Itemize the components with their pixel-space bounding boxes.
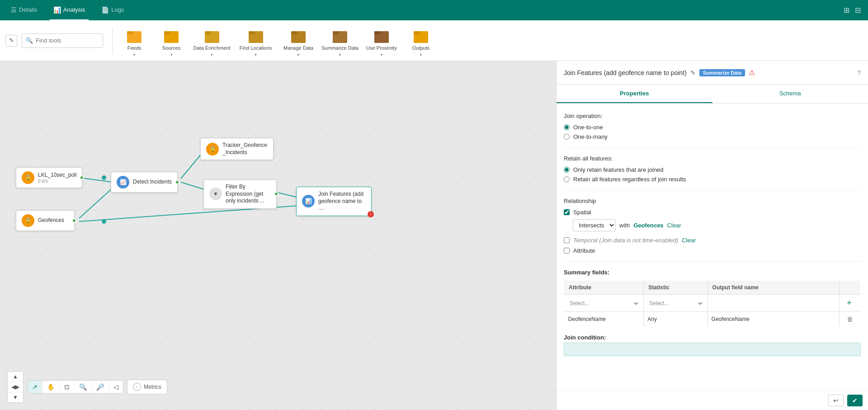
tab-analysis[interactable]: 📊 Analysis [50, 0, 89, 20]
manage-data-icon [290, 30, 307, 44]
radio-one-to-many-label: One-to-many [573, 133, 608, 140]
node-geofences-label: Geofences [38, 217, 64, 224]
radio-retain-all-label: Retain all features regardless of join r… [573, 176, 686, 183]
search-input[interactable] [36, 37, 99, 44]
radio-one-to-many-input[interactable] [564, 134, 570, 140]
node-detect-icon: 📈 [117, 176, 129, 189]
sources-label: Sources [162, 45, 180, 51]
panel-help-btn[interactable]: ? [857, 69, 861, 76]
toolbar-find-locations[interactable]: Find Locations ▼ [234, 23, 277, 59]
svg-rect-11 [249, 31, 255, 34]
tab-properties[interactable]: Properties [557, 85, 712, 103]
delete-row-btn[interactable]: 🗑 [843, 315, 857, 324]
svg-rect-8 [205, 31, 211, 34]
feeds-label: Feeds [127, 45, 142, 51]
temporal-label: Temporal (Join data is not time-enabled) [573, 237, 678, 244]
geofences-link: Geofences [633, 222, 663, 229]
node-join-error: ! [368, 211, 374, 217]
node-tracker-geofence[interactable]: 🔒 Tracker_Geofence_Incidents [200, 138, 274, 160]
temporal-clear[interactable]: Clear [682, 237, 696, 244]
right-panel: Join Features (add geofence name to poin… [556, 61, 868, 410]
logs-icon: 📄 [101, 6, 109, 14]
metrics-label: Metrics [144, 384, 161, 390]
radio-retain-all-input[interactable] [564, 176, 570, 182]
select-tool-btn[interactable]: ↗ [28, 381, 42, 393]
node-join[interactable]: 📊 Join Features (add geofence name to ..… [296, 187, 372, 216]
temporal-checkbox[interactable] [564, 237, 570, 243]
spatial-checkbox[interactable] [564, 209, 570, 215]
nav-left-btn[interactable]: ◀▶ [8, 382, 23, 392]
radio-one-to-one: One-to-one [564, 124, 861, 131]
output-field-input-1[interactable] [712, 300, 835, 306]
attribute-select[interactable]: Select... [568, 300, 640, 307]
nav-up-btn[interactable]: ▲ [8, 372, 23, 382]
attribute-checkbox[interactable] [564, 248, 570, 254]
join-operation-group: One-to-one One-to-many [564, 124, 861, 140]
sources-arrow: ▼ [170, 53, 173, 57]
use-proximity-label: Use Proximity [366, 45, 397, 51]
toolbar-outputs[interactable]: Outputs ▼ [403, 23, 439, 59]
radio-one-to-one-input[interactable] [564, 124, 570, 130]
toolbar-manage-data[interactable]: Manage Data ▼ [278, 23, 319, 59]
radio-retain-all: Retain all features regardless of join r… [564, 176, 861, 183]
summarize-data-arrow: ▼ [338, 53, 342, 57]
canvas-bottom-bar: ▲ ◀▶ ▼ ↗ ✋ ⊡ 🔍 🔎 ◁ ○ Metrics [7, 371, 167, 403]
svg-rect-1 [127, 34, 142, 43]
tab-logs[interactable]: 📄 Logs [98, 0, 127, 20]
summary-col-output: Output field name [708, 281, 839, 295]
analysis-icon: 📊 [53, 6, 61, 14]
node-lkl[interactable]: 🔒 LKL_10sec_poll 0 e/s [16, 167, 82, 188]
radio-one-to-one-label: One-to-one [573, 124, 603, 131]
statistic-select[interactable]: Select... [647, 300, 703, 307]
panel-edit-btn[interactable]: ✎ [690, 69, 696, 76]
add-row-btn[interactable]: + [843, 297, 855, 309]
outputs-label: Outputs [412, 45, 430, 51]
canvas[interactable]: 🔒 LKL_10sec_poll 0 e/s 🔒 Geofences 📈 Det… [0, 61, 556, 410]
zoom-out-btn[interactable]: 🔎 [92, 381, 109, 393]
svg-line-24 [79, 178, 113, 182]
node-lkl-label: LKL_10sec_poll [38, 172, 76, 179]
intersects-select[interactable]: Intersects [573, 219, 616, 231]
layers-icon[interactable]: ⊟ [855, 6, 861, 14]
divider-1 [564, 147, 861, 148]
svg-point-31 [102, 219, 106, 224]
pan-tool-btn[interactable]: ✋ [42, 381, 60, 393]
toolbar-feeds[interactable]: Feeds ▼ [116, 23, 152, 59]
svg-point-30 [102, 175, 106, 180]
svg-rect-7 [205, 34, 219, 43]
radio-retain-joined-input[interactable] [564, 167, 570, 173]
node-detect[interactable]: 📈 Detect Incidents [111, 172, 178, 193]
grid-icon[interactable]: ⊞ [844, 6, 849, 14]
output-field-input-2[interactable] [712, 316, 835, 322]
toolbar-use-proximity[interactable]: Use Proximity ▼ [361, 23, 402, 59]
panel-header: Join Features (add geofence name to poin… [557, 61, 868, 85]
panel-tabs: Properties Schema [557, 85, 868, 104]
node-geofences[interactable]: 🔒 Geofences [16, 210, 75, 231]
nav-down-btn[interactable]: ▼ [8, 392, 23, 402]
tab-schema[interactable]: Schema [712, 85, 868, 103]
undo-btn[interactable]: ↩ [828, 395, 844, 406]
retain-label: Retain all features: [564, 155, 861, 162]
node-filter-dot [274, 192, 278, 196]
toolbar-sources[interactable]: Sources ▼ [153, 23, 189, 59]
find-locations-icon [248, 30, 264, 44]
tab-details[interactable]: ☰ Details [7, 0, 41, 20]
relationship-label: Relationship [564, 198, 861, 204]
fit-tool-btn[interactable]: ⊡ [60, 381, 75, 393]
toolbar-data-enrichment[interactable]: Data Enrichment ▼ [190, 23, 233, 59]
back-btn[interactable]: ◁ [109, 381, 123, 393]
clear-link[interactable]: Clear [667, 222, 681, 229]
tool-btn-group: ↗ ✋ ⊡ 🔍 🔎 ◁ [27, 380, 123, 394]
summary-col-actions [840, 281, 861, 295]
summarize-data-icon [332, 30, 348, 44]
edit-icon-button[interactable]: ✎ [5, 35, 17, 47]
toolbar-summarize-data[interactable]: Summarize Data ▼ [320, 23, 360, 59]
apply-btn[interactable]: ✔ [847, 395, 863, 406]
panel-warn-icon: ⚠ [749, 68, 755, 77]
zoom-in-btn[interactable]: 🔍 [75, 381, 92, 393]
summary-row2-output [708, 312, 839, 327]
top-right-icons: ⊞ ⊟ [844, 6, 861, 14]
node-filter[interactable]: ▼ Filter By Expression (get only inciden… [203, 179, 277, 209]
summary-table: Attribute Statistic Output field name Se… [564, 280, 861, 327]
metrics-btn[interactable]: ○ Metrics [127, 380, 167, 394]
